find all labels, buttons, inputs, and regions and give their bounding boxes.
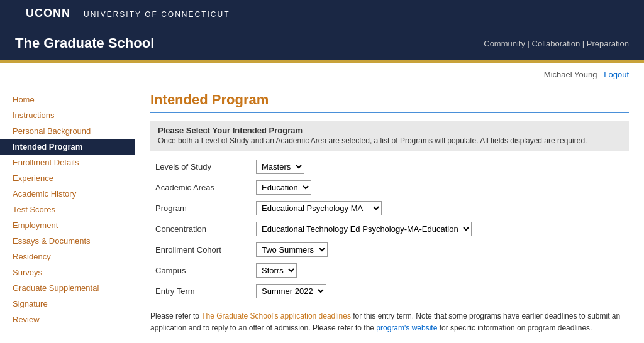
sidebar-item-home[interactable]: Home	[0, 92, 135, 107]
concentration-select[interactable]: Educational Technology Ed Psychology-MA-…	[256, 222, 472, 236]
sidebar: Home Instructions Personal Background In…	[0, 85, 135, 343]
entry-term-select[interactable]: Summer 2022	[256, 284, 326, 298]
enrollment-cohort-label: Enrollment Cohort	[150, 239, 251, 260]
sidebar-item-employment[interactable]: Employment	[0, 217, 135, 233]
section-heading: Please Select Your Intended Program	[158, 126, 621, 135]
academic-areas-row: Academic Areas Education	[150, 177, 629, 198]
sidebar-item-academic-history[interactable]: Academic History	[0, 186, 135, 202]
campus-select[interactable]: Storrs	[256, 263, 297, 278]
sidebar-item-residency[interactable]: Residency	[0, 249, 135, 264]
info-box: Please Select Your Intended Program Once…	[150, 121, 629, 151]
sidebar-item-instructions[interactable]: Instructions	[0, 107, 135, 123]
program-website-link[interactable]: program's website	[376, 324, 437, 332]
sidebar-item-graduate-supplemental[interactable]: Graduate Supplemental	[0, 280, 135, 296]
section-subheading: Once both a Level of Study and an Academ…	[158, 136, 621, 145]
enrollment-cohort-select[interactable]: Two Summers	[256, 242, 328, 257]
levels-of-study-label: Levels of Study	[150, 156, 251, 177]
program-select[interactable]: Educational Psychology MA	[256, 201, 382, 215]
username: Michael Young	[544, 70, 597, 79]
sidebar-item-review[interactable]: Review	[0, 312, 135, 327]
uconn-logo: UCONNUNIVERSITY OF CONNECTICUT	[13, 7, 230, 20]
sidebar-item-test-scores[interactable]: Test Scores	[0, 202, 135, 217]
sidebar-item-essays-documents[interactable]: Essays & Documents	[0, 233, 135, 249]
note-end: for specific information on program dead…	[437, 324, 592, 332]
top-bar: UCONNUNIVERSITY OF CONNECTICUT	[0, 0, 644, 26]
note-text: Please refer to The Graduate School's ap…	[150, 310, 629, 334]
user-bar: Michael Young Logout	[0, 63, 644, 85]
main-layout: Home Instructions Personal Background In…	[0, 85, 644, 343]
page-title: Intended Program	[150, 92, 629, 108]
entry-term-row: Entry Term Summer 2022	[150, 281, 629, 302]
academic-areas-select[interactable]: Education	[256, 180, 311, 195]
concentration-label: Concentration	[150, 219, 251, 239]
entry-term-label: Entry Term	[150, 281, 251, 302]
levels-of-study-row: Levels of Study Masters	[150, 156, 629, 177]
academic-areas-label: Academic Areas	[150, 177, 251, 198]
sidebar-item-experience[interactable]: Experience	[0, 170, 135, 186]
content-divider	[150, 112, 629, 113]
program-label: Program	[150, 198, 251, 219]
main-content: Intended Program Please Select Your Inte…	[135, 85, 644, 343]
sidebar-item-enrollment-details[interactable]: Enrollment Details	[0, 155, 135, 170]
sidebar-item-intended-program[interactable]: Intended Program	[0, 139, 135, 155]
deadlines-link[interactable]: The Graduate School's application deadli…	[201, 312, 351, 320]
program-form: Levels of Study Masters Academic Areas E…	[150, 156, 629, 302]
logout-link[interactable]: Logout	[604, 70, 629, 79]
tagline: Community | Collaboration | Preparation	[484, 39, 629, 48]
program-row: Program Educational Psychology MA	[150, 198, 629, 219]
sidebar-item-surveys[interactable]: Surveys	[0, 264, 135, 280]
levels-of-study-select[interactable]: Masters	[256, 160, 304, 174]
sidebar-item-personal-background[interactable]: Personal Background	[0, 123, 135, 139]
sidebar-item-signature[interactable]: Signature	[0, 296, 135, 312]
site-header: The Graduate School Community | Collabor…	[0, 26, 644, 60]
concentration-row: Concentration Educational Technology Ed …	[150, 219, 629, 239]
note-prefix: Please refer to	[150, 312, 201, 320]
enrollment-cohort-row: Enrollment Cohort Two Summers	[150, 239, 629, 260]
campus-label: Campus	[150, 260, 251, 281]
campus-row: Campus Storrs	[150, 260, 629, 281]
site-title: The Graduate School	[15, 35, 154, 52]
